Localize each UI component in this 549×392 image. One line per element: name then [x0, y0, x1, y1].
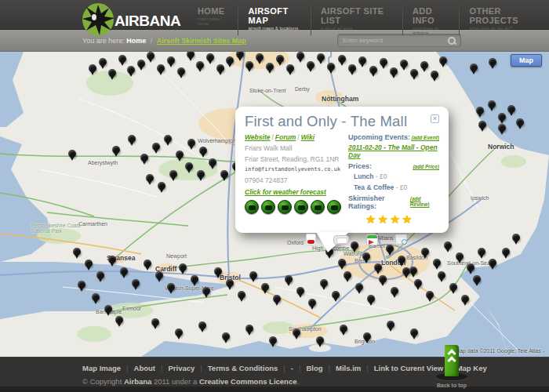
- map-pin[interactable]: [387, 321, 394, 328]
- map-pin[interactable]: [433, 259, 441, 267]
- map-pin[interactable]: [158, 182, 165, 190]
- map-pin[interactable]: [198, 321, 206, 329]
- search-icon[interactable]: [447, 36, 456, 45]
- map-pin[interactable]: [338, 55, 346, 63]
- map-pin[interactable]: [461, 295, 469, 303]
- map-pin[interactable]: [362, 252, 370, 260]
- map-pin[interactable]: [410, 69, 418, 77]
- map-pin[interactable]: [167, 283, 175, 291]
- map-pin[interactable]: [226, 56, 234, 64]
- video-icon[interactable]: [333, 235, 349, 245]
- map-pin[interactable]: [73, 248, 81, 256]
- map-pin[interactable]: [489, 58, 496, 66]
- map-pin[interactable]: [85, 260, 93, 267]
- map-pin[interactable]: [196, 61, 204, 69]
- map-pin[interactable]: [467, 263, 474, 271]
- footer-link-terms-conditions[interactable]: Terms & Conditions: [208, 364, 278, 372]
- map-pin[interactable]: [216, 64, 224, 72]
- map-pin[interactable]: [431, 71, 438, 78]
- map-pin[interactable]: [226, 279, 234, 287]
- map-pin[interactable]: [179, 263, 187, 271]
- map-pin[interactable]: [99, 58, 107, 66]
- map-pin[interactable]: [89, 64, 96, 72]
- map-pin[interactable]: [516, 118, 524, 126]
- search-input[interactable]: [338, 37, 447, 44]
- map-pin[interactable]: [470, 64, 478, 71]
- map-pin[interactable]: [380, 58, 387, 66]
- map-pin[interactable]: [296, 287, 304, 295]
- map-pin[interactable]: [169, 170, 177, 178]
- map-pin[interactable]: [386, 245, 394, 252]
- map-pin[interactable]: [104, 305, 112, 313]
- nav-item-other-projects[interactable]: OTHER PROJECTSwhat else do we do?: [459, 5, 549, 35]
- map-pin[interactable]: [498, 113, 506, 121]
- map-pin[interactable]: [112, 146, 120, 154]
- breadcrumb-home-link[interactable]: Home: [126, 37, 146, 45]
- map-pin[interactable]: [502, 248, 510, 256]
- map-pin[interactable]: [512, 234, 520, 241]
- map-pin[interactable]: [266, 63, 274, 71]
- map-pin[interactable]: [120, 267, 128, 275]
- map-pin[interactable]: [410, 328, 418, 336]
- nav-item-add-info[interactable]: ADD INFOcontribute to airbana: [402, 5, 459, 35]
- map-pin[interactable]: [261, 283, 269, 291]
- map-pin[interactable]: [400, 60, 408, 67]
- map-pin[interactable]: [307, 61, 314, 69]
- map-pin[interactable]: [187, 139, 195, 147]
- map-pin[interactable]: [108, 256, 116, 263]
- calendar-icon[interactable]: [366, 234, 378, 245]
- map-pin[interactable]: [220, 170, 228, 178]
- footer-link-[interactable]: -: [291, 364, 293, 372]
- map-type-button[interactable]: Map: [511, 54, 542, 67]
- footer-link-map-image[interactable]: Map Image: [82, 364, 121, 372]
- map-pin[interactable]: [449, 283, 457, 291]
- map-pin[interactable]: [348, 64, 356, 72]
- map-pin[interactable]: [115, 316, 123, 324]
- map-pin[interactable]: [498, 124, 506, 132]
- map-pin[interactable]: [144, 260, 151, 267]
- map-pin[interactable]: [456, 252, 464, 260]
- nav-item-airsoft-site-list[interactable]: AIRSOFT SITE LISTa list of all sites: [311, 5, 402, 35]
- map-pin[interactable]: [206, 53, 214, 61]
- map-pin[interactable]: [374, 263, 382, 271]
- map-pin[interactable]: [276, 55, 284, 63]
- map-pin[interactable]: [327, 63, 335, 71]
- map-pin[interactable]: [127, 66, 135, 74]
- map-pin[interactable]: [197, 170, 205, 178]
- map-pin[interactable]: [256, 53, 264, 61]
- map-pin[interactable]: [191, 275, 198, 283]
- breadcrumb-current-link[interactable]: Airsoft Skirmish Sites Map: [157, 37, 246, 45]
- map-pin[interactable]: [438, 271, 445, 279]
- map-pin[interactable]: [308, 299, 316, 307]
- add-price-link[interactable]: (add Price): [413, 164, 439, 169]
- map-pin[interactable]: [444, 241, 452, 249]
- map-pin[interactable]: [338, 259, 346, 267]
- map-pin[interactable]: [245, 325, 253, 332]
- map-pin[interactable]: [409, 267, 417, 274]
- map-pin[interactable]: [132, 279, 140, 287]
- map-pin[interactable]: [507, 105, 515, 113]
- map-pin[interactable]: [68, 150, 76, 158]
- add-review-link[interactable]: (add Review): [410, 196, 439, 207]
- youtube-icon[interactable]: [306, 234, 316, 245]
- map-pin[interactable]: [209, 158, 216, 166]
- map-pin[interactable]: [269, 336, 277, 344]
- map-pin[interactable]: [214, 267, 222, 275]
- map-pin[interactable]: [286, 64, 294, 72]
- map-pin[interactable]: [426, 291, 434, 299]
- map-pin[interactable]: [369, 66, 377, 74]
- map-pin[interactable]: [414, 279, 422, 287]
- creative-commons-link[interactable]: Creative Commons Licence: [199, 377, 297, 386]
- map-pin[interactable]: [332, 291, 340, 299]
- footer-link-about[interactable]: About: [134, 364, 155, 372]
- map-pin[interactable]: [140, 154, 148, 162]
- map-pin[interactable]: [439, 56, 447, 64]
- map-pin[interactable]: [379, 275, 387, 283]
- map-pin[interactable]: [391, 287, 398, 295]
- map-pin[interactable]: [478, 248, 485, 256]
- map-pin[interactable]: [478, 121, 486, 129]
- nav-item-home[interactable]: HOMEmain page | news: [188, 5, 238, 35]
- map-pin[interactable]: [249, 271, 257, 279]
- map-pin[interactable]: [398, 256, 405, 263]
- back-to-top-button[interactable]: Back to top: [430, 345, 474, 389]
